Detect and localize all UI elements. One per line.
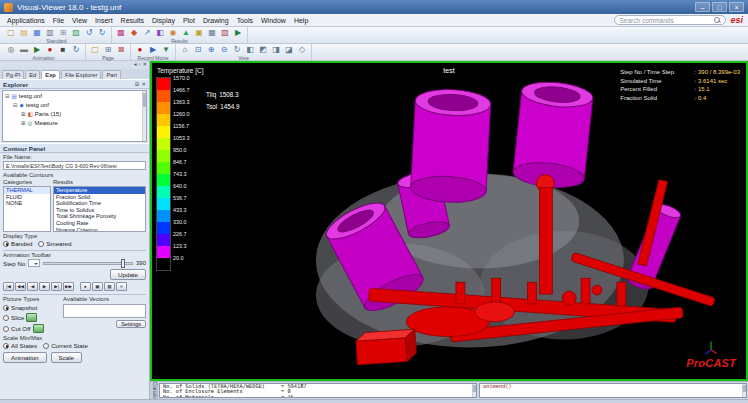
tree-item[interactable]: ⊞ ◎ Measure (3, 118, 146, 127)
film-icon[interactable]: ▬ (18, 44, 30, 55)
zoom-in-icon[interactable]: ⊕ (205, 44, 217, 55)
tree-expander-icon[interactable]: ⊞ (21, 111, 26, 117)
result-item[interactable]: Total Shrinkage Porosity (54, 213, 145, 220)
loop-icon[interactable]: ↻ (70, 44, 82, 55)
fast-back-button[interactable]: ◀◀ (15, 282, 26, 291)
chart-icon[interactable]: ▣ (193, 27, 205, 38)
explorer-tab[interactable]: Part (102, 70, 121, 79)
menu-item[interactable]: File (49, 16, 68, 25)
category-item[interactable]: THERMAL (4, 187, 50, 194)
step-slider[interactable] (43, 262, 133, 265)
scale-button[interactable]: Scale (51, 352, 82, 363)
image-icon[interactable]: ▨ (70, 27, 82, 38)
explorer-close-icon[interactable]: ✕ (141, 81, 146, 87)
tree-expander-icon[interactable]: ⊟ (5, 93, 10, 99)
tree-expander-icon[interactable]: ⊟ (13, 102, 18, 108)
rotate-view-icon[interactable]: ↻ (231, 44, 243, 55)
front-view-icon[interactable]: ◧ (244, 44, 256, 55)
menu-item[interactable]: Results (117, 16, 148, 25)
home-view-icon[interactable]: ⌂ (179, 44, 191, 55)
new-page-icon[interactable]: ▢ (89, 44, 101, 55)
anim-settings-button[interactable]: ≡ (116, 282, 127, 291)
console-tab[interactable]: Console (150, 382, 158, 399)
delete-page-icon[interactable]: ⊠ (115, 44, 127, 55)
result-item[interactable]: Fraction Solid (54, 194, 145, 201)
menu-item[interactable]: View (68, 16, 91, 25)
fringe-icon[interactable]: ◆ (128, 27, 140, 38)
display-type-banded-radio[interactable]: Banded (3, 240, 32, 247)
step-back-button[interactable]: ◀ (27, 282, 38, 291)
viewport-3d[interactable]: Temperature [C] 1570.01466.71363.31260.0… (150, 61, 748, 381)
contour-icon[interactable]: ▩ (115, 27, 127, 38)
explorer-tab[interactable]: Ed (25, 70, 40, 79)
available-vectors-listbox[interactable] (63, 304, 146, 318)
vector-icon[interactable]: ↗ (141, 27, 153, 38)
tree-item[interactable]: ⊞ ◧ Parts (15) (3, 109, 146, 118)
animate-icon[interactable]: ▶ (232, 27, 244, 38)
message-console[interactable]: No. of Solids (TETRA/HEXA/WEDGE)= 594187… (159, 383, 477, 398)
category-item[interactable]: NONE (4, 200, 50, 207)
zoom-out-icon[interactable]: ⊖ (218, 44, 230, 55)
explorer-tab[interactable]: File Explorer (61, 70, 102, 79)
file-path-field[interactable]: E:\Installs\ESI\Test\Body CG 3-600 Rev-0… (3, 161, 146, 170)
scale-current-state-radio[interactable]: Current State (43, 342, 88, 349)
command-scrollbar[interactable] (742, 384, 746, 397)
settings-button[interactable]: Settings (116, 320, 146, 328)
print-icon[interactable]: ▥ (44, 27, 56, 38)
result-item[interactable]: Solidification Time (54, 200, 145, 207)
menu-item[interactable]: Applications (3, 16, 49, 25)
panel-close-icon[interactable]: ✕ (142, 62, 147, 68)
cutoff-tool-button[interactable] (33, 324, 44, 333)
close-button[interactable]: × (729, 2, 744, 12)
command-console[interactable]: animend() (479, 383, 747, 398)
float-icon[interactable]: ▫ (138, 62, 140, 68)
menu-item[interactable]: Window (257, 16, 290, 25)
menu-item[interactable]: Help (290, 16, 312, 25)
play-icon[interactable]: ▶ (31, 44, 43, 55)
last-step-button[interactable]: ▶▶ (63, 282, 74, 291)
step-no-dropdown[interactable] (28, 259, 40, 267)
result-item[interactable]: Cooling Rate (54, 220, 145, 227)
undo-icon[interactable]: ↺ (83, 27, 95, 38)
legend-icon[interactable]: ▧ (219, 27, 231, 38)
menu-item[interactable]: Tools (233, 16, 257, 25)
first-step-button[interactable]: |◀ (3, 282, 14, 291)
maximize-button[interactable]: □ (712, 2, 727, 12)
picture-type-slice-radio[interactable]: Slice (3, 314, 24, 321)
open-icon[interactable]: ▤ (18, 27, 30, 38)
result-item[interactable]: Temperature (54, 187, 145, 194)
record-movie-icon[interactable]: ● (134, 44, 146, 55)
save-movie-icon[interactable]: ▼ (160, 44, 172, 55)
side-view-icon[interactable]: ◨ (270, 44, 282, 55)
cut-section-icon[interactable]: ◧ (154, 27, 166, 38)
step-forward-button[interactable]: ▶| (51, 282, 62, 291)
search-input[interactable]: Search commands (614, 15, 726, 25)
copy-icon[interactable]: ⊞ (57, 27, 69, 38)
explorer-tab[interactable]: Exp (41, 70, 60, 79)
dock-icon[interactable]: ◂ (134, 62, 137, 68)
picture-type-cutoff-radio[interactable]: Cut Off (3, 325, 31, 332)
movie-tool-button[interactable]: ▦ (104, 282, 115, 291)
scale-all-states-radio[interactable]: All States (3, 342, 37, 349)
record-icon[interactable]: ● (44, 44, 56, 55)
collapse-icon[interactable]: ⊟ (135, 81, 140, 87)
menu-item[interactable]: Insert (91, 16, 117, 25)
table-icon[interactable]: ▦ (206, 27, 218, 38)
update-button[interactable]: Update (110, 269, 146, 280)
explorer-tab[interactable]: Pg-Pl (2, 70, 24, 79)
menu-item[interactable]: Plot (179, 16, 199, 25)
fit-view-icon[interactable]: ⊡ (192, 44, 204, 55)
console-scrollbar[interactable] (472, 384, 476, 397)
search-icon[interactable] (714, 17, 721, 24)
page-layout-icon[interactable]: ⊞ (102, 44, 114, 55)
slice-tool-button[interactable] (26, 313, 37, 322)
min-max-icon[interactable]: ▲ (180, 27, 192, 38)
iso-view-icon[interactable]: ◪ (283, 44, 295, 55)
tree-item[interactable]: ⊟ ▤ testg.unf (3, 91, 146, 100)
menu-item[interactable]: Display (148, 16, 179, 25)
result-item[interactable]: Time to Solidus (54, 207, 145, 214)
redo-icon[interactable]: ↻ (96, 27, 108, 38)
menu-item[interactable]: Drawing (199, 16, 233, 25)
new-file-icon[interactable]: ▢ (5, 27, 17, 38)
probe-icon[interactable]: ◉ (167, 27, 179, 38)
